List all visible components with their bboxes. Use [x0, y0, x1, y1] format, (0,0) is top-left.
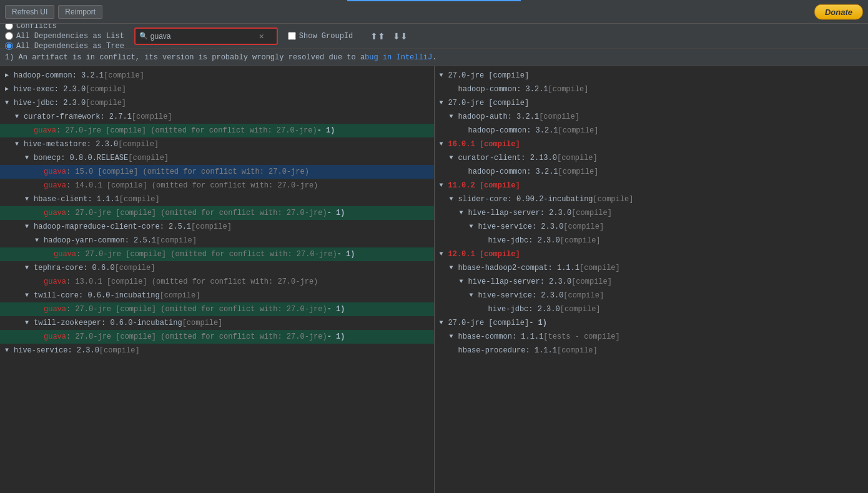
tree-arrow-icon[interactable]: [440, 97, 448, 109]
tree-arrow-icon[interactable]: [450, 194, 458, 205]
search-input[interactable]: [150, 32, 257, 41]
tree-arrow-icon[interactable]: [440, 180, 448, 191]
list-item[interactable]: twill-core : 0.6.0-incubating [compile]: [0, 289, 434, 302]
list-item[interactable]: guava : 27.0-jre [compile] (omitted for …: [0, 124, 434, 137]
tree-arrow-icon[interactable]: [15, 111, 24, 122]
tree-arrow-icon[interactable]: [25, 317, 34, 329]
dep-version: : 2.3.0: [54, 97, 86, 109]
tree-arrow-icon[interactable]: [440, 317, 448, 329]
all-deps-list-radio[interactable]: [5, 32, 13, 40]
list-item[interactable]: hive-metastore : 2.3.0 [compile]: [0, 137, 434, 151]
list-item[interactable]: hadoop-common : 3.2.1 [compile]: [435, 165, 869, 179]
left-panel[interactable]: hadoop-common : 3.2.1 [compile]hive-exec…: [0, 66, 435, 493]
list-item[interactable]: curator-client : 2.13.0 [compile]: [435, 151, 869, 165]
dep-name: hive-service: [14, 345, 67, 356]
search-clear-icon[interactable]: ✕: [259, 31, 264, 41]
dep-version-node: 27.0-jre [compile]: [448, 317, 530, 329]
list-item[interactable]: hbase-procedure : 1.1.1 [compile]: [435, 344, 869, 357]
tree-arrow-icon[interactable]: [25, 262, 34, 274]
list-item[interactable]: guava : 27.0-jre [compile] (omitted for …: [0, 247, 434, 261]
main-content: hadoop-common : 3.2.1 [compile]hive-exec…: [0, 66, 868, 493]
show-group-id-checkbox[interactable]: [288, 32, 296, 40]
all-deps-tree-radio-item[interactable]: All Dependencies as Tree: [5, 42, 124, 51]
list-item[interactable]: 27.0-jre [compile] - 1): [435, 316, 869, 330]
tree-arrow-icon[interactable]: [25, 290, 34, 301]
list-item[interactable]: 16.0.1 [compile]: [435, 137, 869, 151]
list-item[interactable]: hive-service : 2.3.0 [compile]: [435, 289, 869, 302]
all-deps-tree-radio[interactable]: [5, 42, 13, 50]
list-item[interactable]: guava : 14.0.1 [compile] (omitted for co…: [0, 179, 434, 192]
list-item[interactable]: guava : 27.0-jre [compile] (omitted for …: [0, 302, 434, 316]
dep-scope: [tests - compile]: [543, 331, 619, 342]
dep-version: : 0.6.0-incubating: [79, 290, 160, 301]
list-item[interactable]: 27.0-jre [compile]: [435, 69, 869, 82]
list-item[interactable]: slider-core : 0.90.2-incubating [compile…: [435, 192, 869, 206]
list-item[interactable]: hive-service : 2.3.0 [compile]: [435, 220, 869, 234]
show-group-id-checkbox-item[interactable]: Show GroupId: [288, 32, 353, 41]
list-item[interactable]: hive-jdbc : 2.3.0 [compile]: [0, 96, 434, 110]
reimport-button[interactable]: Reimport: [58, 5, 102, 19]
tree-arrow-icon[interactable]: [35, 235, 44, 246]
list-item[interactable]: hbase-hadoop2-compat : 1.1.1 [compile]: [435, 261, 869, 275]
tree-arrow-icon[interactable]: [440, 70, 448, 81]
list-item[interactable]: hadoop-auth : 3.2.1 [compile]: [435, 110, 869, 124]
tree-arrow-icon[interactable]: [5, 345, 14, 356]
bug-link[interactable]: bug in IntelliJ: [365, 53, 432, 62]
list-item[interactable]: hadoop-common : 3.2.1 [compile]: [435, 124, 869, 137]
tree-arrow-icon[interactable]: [25, 152, 34, 164]
dep-name: hive-llap-server: [468, 207, 540, 219]
tree-arrow-icon[interactable]: [5, 97, 14, 109]
list-item[interactable]: guava : 27.0-jre [compile] (omitted for …: [0, 330, 434, 344]
tree-arrow-icon[interactable]: [5, 84, 14, 95]
list-item[interactable]: tephra-core : 0.6.0 [compile]: [0, 261, 434, 275]
list-item[interactable]: hive-jdbc : 2.3.0 [compile]: [435, 234, 869, 247]
tree-arrow-icon[interactable]: [450, 111, 458, 122]
tree-arrow-icon[interactable]: [25, 221, 34, 232]
tree-arrow-icon[interactable]: [25, 194, 34, 205]
tree-arrow-icon[interactable]: [440, 139, 448, 150]
donate-button[interactable]: Donate: [814, 4, 863, 19]
collapse-all-button[interactable]: ⬆⬆: [368, 30, 388, 42]
list-item[interactable]: hadoop-common : 3.2.1 [compile]: [435, 82, 869, 96]
all-deps-list-radio-item[interactable]: All Dependencies as List: [5, 32, 124, 41]
list-item[interactable]: guava : 27.0-jre [compile] (omitted for …: [0, 206, 434, 220]
refresh-ui-button[interactable]: Refresh UI: [5, 5, 54, 19]
list-item[interactable]: bonecp : 0.8.0.RELEASE [compile]: [0, 151, 434, 165]
list-item[interactable]: hadoop-common : 3.2.1 [compile]: [0, 69, 434, 82]
tree-arrow-icon[interactable]: [470, 290, 478, 301]
tree-arrow-icon[interactable]: [450, 152, 458, 164]
list-item[interactable]: hive-exec : 2.3.0 [compile]: [0, 82, 434, 96]
list-item[interactable]: hbase-common : 1.1.1 [tests - compile]: [435, 330, 869, 344]
tree-arrow-icon[interactable]: [440, 249, 448, 260]
list-item[interactable]: hive-service : 2.3.0 [compile]: [0, 344, 434, 357]
list-item[interactable]: twill-zookeeper : 0.6.0-incubating [comp…: [0, 316, 434, 330]
list-item[interactable]: hive-llap-server : 2.3.0 [compile]: [435, 206, 869, 220]
list-item[interactable]: curator-framework : 2.7.1 [compile]: [0, 110, 434, 124]
tree-arrow-icon[interactable]: [470, 221, 478, 232]
tree-arrow-icon[interactable]: [460, 276, 468, 287]
dep-version: : 2.3.0: [528, 235, 560, 246]
dep-name: guava: [44, 207, 66, 219]
list-item[interactable]: hadoop-mapreduce-client-core : 2.5.1 [co…: [0, 220, 434, 234]
dep-scope: [compile]: [558, 125, 599, 136]
expand-all-button[interactable]: ⬇⬇: [390, 30, 410, 42]
list-item[interactable]: 11.0.2 [compile]: [435, 179, 869, 192]
right-panel[interactable]: 27.0-jre [compile]hadoop-common : 3.2.1 …: [435, 66, 869, 493]
list-item[interactable]: guava : 15.0 [compile] (omitted for conf…: [0, 165, 434, 179]
tree-arrow-icon[interactable]: [460, 207, 468, 219]
list-item[interactable]: hive-llap-server : 2.3.0 [compile]: [435, 275, 869, 289]
list-item[interactable]: 12.0.1 [compile]: [435, 247, 869, 261]
list-item[interactable]: guava : 13.0.1 [compile] (omitted for co…: [0, 275, 434, 289]
dep-name: guava: [44, 304, 66, 315]
tree-arrow-icon[interactable]: [5, 70, 14, 81]
list-item[interactable]: hadoop-yarn-common : 2.5.1 [compile]: [0, 234, 434, 247]
tree-arrow-icon[interactable]: [450, 331, 458, 342]
dep-version: : 3.2.1: [526, 125, 558, 136]
list-item[interactable]: 27.0-jre [compile]: [435, 96, 869, 110]
tree-arrow-icon[interactable]: [15, 139, 24, 150]
tree-arrow-icon[interactable]: [450, 262, 458, 274]
list-item[interactable]: hive-jdbc : 2.3.0 [compile]: [435, 302, 869, 316]
search-box[interactable]: 🔍 ✕: [134, 27, 278, 45]
dep-name: guava: [44, 166, 66, 177]
list-item[interactable]: hbase-client : 1.1.1 [compile]: [0, 192, 434, 206]
